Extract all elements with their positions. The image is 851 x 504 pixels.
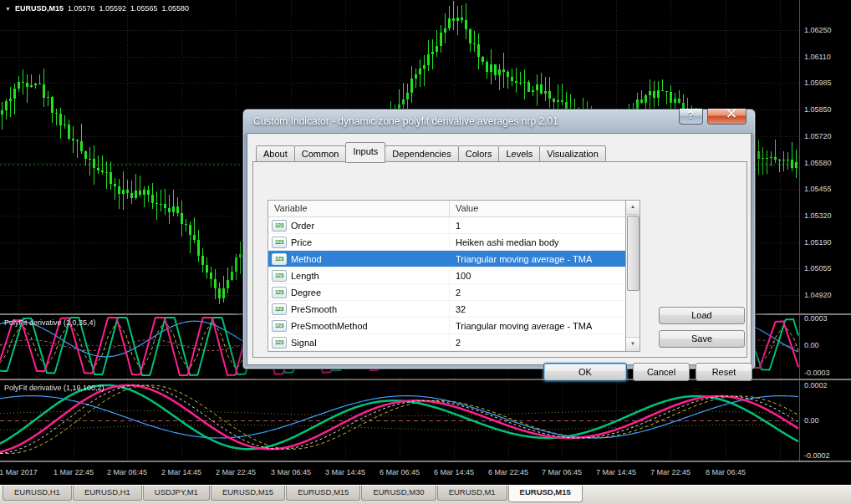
indicator2-label: PolyFit derivative (1,19,100,2): [4, 384, 104, 392]
table-row[interactable]: 123Signal2: [268, 334, 625, 351]
quote-symbol: EURUSD,M15: [15, 4, 64, 13]
dialog-tab-levels[interactable]: Levels: [498, 145, 540, 162]
numeric-input-icon: 123: [272, 320, 287, 332]
indicator1-label: PolyFit derivative (2,0,35,4): [4, 318, 96, 327]
price-axis[interactable]: 1.062501.061101.059851.058501.057201.055…: [799, 0, 851, 462]
value-cell: Triangular moving average - TMA: [450, 251, 625, 267]
chart-tab-eurusd-m15-7[interactable]: EURUSD,M15: [508, 486, 583, 502]
help-icon: ?: [688, 109, 694, 121]
indicator2-canvas[interactable]: [0, 380, 799, 461]
dialog-tab-common[interactable]: Common: [294, 145, 347, 162]
chart-tab-eurusd-m15-3[interactable]: EURUSD,M15: [211, 486, 285, 501]
value-cell: 2: [450, 284, 625, 300]
numeric-input-icon: 123: [272, 270, 287, 282]
reset-button[interactable]: Reset: [696, 363, 752, 381]
price-label: 1.05720: [804, 132, 832, 140]
price-label: 1.05055: [804, 264, 832, 272]
time-label: 2 Mar 22:45: [216, 468, 256, 476]
variable-cell: 123PreSmooth: [268, 301, 450, 317]
price-label: 1.06250: [804, 26, 832, 34]
ok-button[interactable]: OK: [543, 363, 627, 381]
quote-high: 1.05592: [99, 4, 127, 13]
save-button[interactable]: Save: [659, 330, 745, 348]
variable-cell: 123Signal: [268, 334, 450, 350]
variable-name: Signal: [291, 338, 317, 348]
scroll-down-button[interactable]: ▼: [626, 337, 640, 351]
dialog-titlebar[interactable]: Custom Indicator - dynamic zone polyfit …: [243, 109, 755, 133]
chart-tab-eurusd-h1-1[interactable]: EURUSD,H1: [73, 486, 142, 501]
price-label: 1.05580: [804, 159, 832, 167]
table-row[interactable]: 123MethodTriangular moving average - TMA: [268, 251, 625, 267]
time-label: 7 Mar 06:45: [542, 468, 582, 476]
time-label: 8 Mar 06:45: [706, 468, 746, 476]
chart-tab-eurusd-m1-6[interactable]: EURUSD,M1: [437, 486, 507, 501]
table-scrollbar[interactable]: ▲ ▼: [626, 200, 640, 352]
close-button[interactable]: [707, 109, 747, 125]
chart-tab-eurusd-m15-4[interactable]: EURUSD,M15: [286, 486, 360, 501]
dialog-tab-dependencies[interactable]: Dependencies: [385, 145, 458, 162]
variable-cell: 123Length: [268, 267, 450, 283]
variable-name: PreSmoothMethod: [291, 321, 368, 331]
value-cell: 2: [450, 334, 625, 350]
indicator1-axis-label: 0.0003: [804, 314, 828, 323]
numeric-input-icon: 123: [272, 337, 287, 349]
time-label: 6 Mar 14:45: [434, 468, 474, 476]
dialog-tab-about[interactable]: About: [256, 145, 295, 162]
table-row[interactable]: 123PriceHeiken ashi median body: [268, 234, 625, 251]
variable-name: Price: [291, 237, 312, 247]
table-row[interactable]: 123Length100: [268, 267, 625, 284]
numeric-input-icon: 123: [272, 303, 287, 315]
variable-cell: 123PreSmoothMethod: [268, 318, 450, 333]
column-header-value: Value: [450, 201, 625, 216]
time-label: 3 Mar 14:45: [325, 468, 365, 476]
scroll-up-icon: ▲: [630, 204, 635, 209]
price-label: 1.04920: [804, 291, 832, 299]
panel-divider-3[interactable]: [0, 461, 851, 462]
time-label: 2 Mar 06:45: [107, 468, 147, 476]
inputs-table: Variable Value 123Order1123PriceHeiken a…: [268, 200, 626, 352]
dialog-tab-strip: AboutCommonInputsDependenciesColorsLevel…: [256, 143, 605, 162]
table-row[interactable]: 123Order1: [268, 217, 625, 234]
quote-open: 1.05576: [68, 4, 95, 13]
table-row[interactable]: 123Degree2: [268, 284, 625, 301]
dialog-client-area: AboutCommonInputsDependenciesColorsLevel…: [247, 133, 752, 365]
custom-indicator-dialog: Custom Indicator - dynamic zone polyfit …: [242, 109, 756, 369]
time-label: 1 Mar 22:45: [54, 468, 94, 476]
time-label: 6 Mar 22:45: [488, 468, 528, 476]
time-label: 6 Mar 06:45: [380, 468, 420, 476]
help-button[interactable]: ?: [679, 109, 703, 125]
scrollbar-thumb[interactable]: [627, 216, 640, 291]
quote-low: 1.05565: [130, 4, 158, 13]
chart-tab-eurusd-m30-5[interactable]: EURUSD,M30: [361, 486, 436, 501]
table-header: Variable Value: [268, 201, 625, 217]
load-button[interactable]: Load: [659, 307, 745, 324]
indicator1-axis-label: -0.0003: [804, 369, 830, 377]
value-cell: 100: [450, 267, 625, 283]
variable-cell: 123Method: [268, 251, 450, 267]
numeric-input-icon: 123: [272, 220, 287, 232]
dialog-tab-visualization[interactable]: Visualization: [539, 145, 606, 162]
quote-toggle-icon[interactable]: ▼: [5, 6, 11, 12]
indicator2-axis-label: -0.0002: [804, 451, 830, 460]
time-label: 2 Mar 14:45: [161, 468, 201, 476]
variable-name: Order: [291, 221, 314, 231]
variable-name: Method: [291, 254, 322, 264]
chart-tab-eurusd-h1-0[interactable]: EURUSD,H1: [3, 486, 72, 501]
variable-cell: 123Order: [268, 217, 450, 233]
time-label: 1 Mar 2017: [0, 468, 38, 476]
chart-tab-usdjpy-m1-2[interactable]: USDJPY,M1: [143, 486, 210, 501]
scroll-up-button[interactable]: ▲: [626, 201, 640, 215]
variable-name: Degree: [291, 288, 321, 298]
price-label: 1.05850: [804, 105, 832, 114]
price-label: 1.06110: [804, 53, 831, 61]
cancel-button[interactable]: Cancel: [633, 363, 690, 381]
table-row[interactable]: 123PreSmoothMethodTriangular moving aver…: [268, 318, 625, 334]
time-label: 7 Mar 14:45: [596, 468, 636, 476]
indicator1-axis-label: 0.00: [804, 341, 819, 349]
value-cell: 1: [450, 217, 625, 233]
dialog-tab-colors[interactable]: Colors: [458, 145, 500, 162]
value-cell: 32: [450, 301, 625, 317]
dialog-tab-inputs[interactable]: Inputs: [345, 142, 385, 163]
table-row[interactable]: 123PreSmooth32: [268, 301, 625, 318]
price-label: 1.05320: [804, 211, 832, 220]
